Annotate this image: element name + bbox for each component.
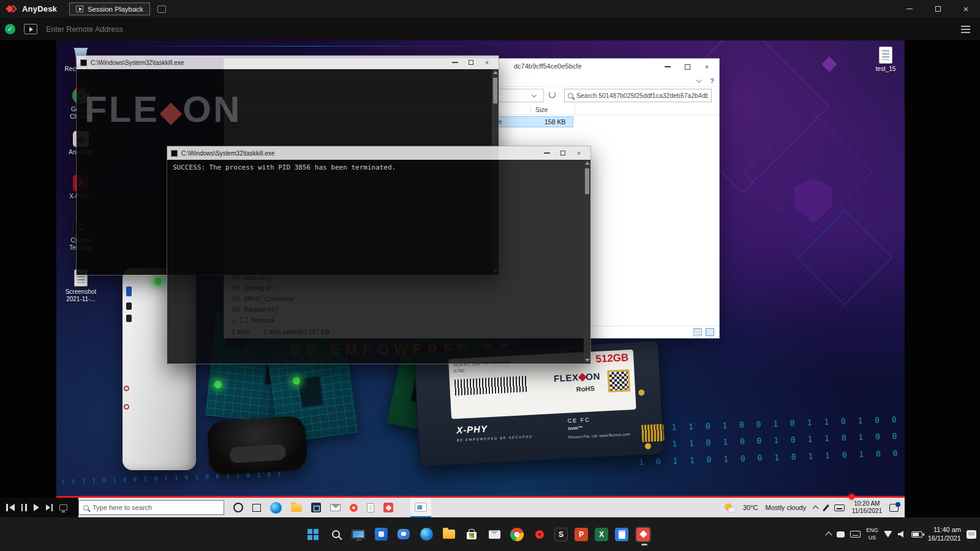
local-clock[interactable]: 11:40 am 16/11/2021 [928,526,961,543]
thumbnails-view-icon[interactable] [706,328,714,336]
tray-overflow-icon[interactable] [813,506,819,512]
play-session-icon[interactable] [24,24,37,34]
cmd-minimize-button[interactable] [539,146,555,160]
green-led-decor [154,278,162,285]
previous-frame-button[interactable] [6,504,15,511]
start-button[interactable] [305,527,321,542]
pause-button[interactable] [21,504,27,511]
chrome-icon[interactable] [509,527,525,542]
cortana-icon[interactable] [233,503,243,512]
cmd-titlebar[interactable]: C:\Windows\System32\taskkill.exe × [167,146,590,160]
new-session-tab-icon[interactable] [157,6,166,13]
explorer-close-button[interactable]: × [697,59,717,75]
cmd-maximize-button[interactable] [555,146,571,160]
green-led-decor [293,377,300,384]
language-indicator[interactable]: ENG US [866,527,878,541]
teams-tray-icon[interactable] [837,531,845,538]
desktop-icon-test-15[interactable]: test_15 [866,47,905,73]
store-icon[interactable] [311,503,321,512]
wifi-icon[interactable] [884,531,892,538]
xphy-slogan: BE EMPOWERED BE SECURED [457,435,533,442]
anydesk-app-window: AnyDesk Session Playback × ✓ [0,0,980,551]
remote-address-input[interactable] [46,25,230,34]
action-center-icon[interactable] [889,504,899,512]
blue-app-icon[interactable] [373,527,389,542]
taskbar-search-box[interactable] [78,500,224,515]
explorer-maximize-button[interactable] [677,59,697,75]
file-explorer-icon[interactable] [291,504,302,512]
powerpoint-icon[interactable]: P [575,528,588,541]
help-icon[interactable]: ? [710,77,714,84]
binary-pattern-decor: 1 0 1 1 0 1 0 0 1 0 1 1 0 1 0 0 1 1 0 1 … [61,469,283,489]
anydesk-icon-active[interactable] [635,527,651,542]
file-explorer-icon[interactable] [441,527,457,542]
playback-progress-bar[interactable] [56,496,905,498]
notification-center-icon[interactable] [967,530,976,539]
cmd-close-button[interactable]: × [571,146,587,160]
local-taskbar: S P X ENG US 11:40 am 16/11/2021 [0,517,980,551]
cmd-minimize-button[interactable] [447,56,463,69]
tray-overflow-icon[interactable] [826,531,832,538]
battery-icon[interactable] [911,531,922,538]
console-output-area: SUCCESS: The process with PID 3856 has b… [167,160,590,364]
search-icon[interactable] [328,527,344,542]
mail-icon[interactable] [330,504,341,511]
window-close-button[interactable]: × [952,0,980,18]
mail-icon[interactable] [486,527,502,542]
weather-temp[interactable]: 30°C [743,504,758,511]
opera-icon[interactable] [350,504,358,512]
explorer-search-input[interactable] [576,92,708,99]
edge-icon[interactable] [270,502,282,514]
wallpaper-flexxon-ghost-logo: FLEON [85,88,241,130]
task-view-icon[interactable] [252,504,261,512]
skip-end-button[interactable] [46,504,53,511]
weather-desc[interactable]: Mostly cloudy [766,504,807,511]
active-app-button[interactable] [410,498,431,517]
taskbar-search-input[interactable] [92,504,219,511]
store-icon[interactable] [464,527,480,542]
cmd-close-button[interactable]: × [479,56,495,69]
remote-clock[interactable]: 10:20 AM 11/16/2021 [852,500,882,515]
main-menu-icon[interactable] [961,26,970,33]
cmd-window-front[interactable]: C:\Windows\System32\taskkill.exe × SUCCE… [167,146,591,364]
play-button[interactable] [34,504,39,511]
details-view-icon[interactable] [693,328,702,336]
local-system-tray: ENG US 11:40 am 16/11/2021 [826,517,976,551]
explorer-title: dc74b9cff54ce0e5bcfe [514,62,582,70]
touch-keyboard-icon[interactable] [834,504,845,511]
refresh-icon[interactable] [549,91,556,98]
weather-icon [725,503,736,512]
explorer-minimize-button[interactable] [658,59,677,75]
s-app-icon[interactable]: S [554,528,568,541]
excel-icon[interactable]: X [595,528,608,541]
ssd-barcode [454,376,527,395]
tab-label: Session Playback [88,6,143,13]
chat-icon[interactable] [396,527,412,542]
touch-keyboard-icon[interactable] [850,531,861,538]
console-icon [171,150,178,157]
virtual-desktop-icon[interactable] [350,527,366,542]
edge-icon[interactable] [418,527,434,542]
anydesk-taskbar-icon[interactable] [383,503,393,512]
calculator-icon[interactable] [615,528,628,541]
ssd-gold-pad [645,443,652,450]
console-scrollbar[interactable] [584,160,590,364]
size-column-header[interactable]: Size [535,106,548,113]
window-maximize-button[interactable] [924,0,952,18]
cmd-maximize-button[interactable] [463,56,479,69]
explorer-search-box[interactable] [564,89,712,102]
volume-icon[interactable] [898,531,906,538]
monitor-select-icon[interactable] [59,504,67,511]
window-minimize-button[interactable] [895,0,924,18]
pen-icon[interactable] [823,504,829,511]
opera-icon[interactable] [532,527,548,542]
playback-tab-icon [76,6,83,12]
cmd-titlebar[interactable]: C:\Windows\System32\taskkill.exe × [77,56,499,69]
playback-progress-handle[interactable] [849,494,854,500]
weather-widget[interactable] [725,503,736,512]
xphy-logo: X-PHY [456,423,488,435]
remote-desktop[interactable]: BE EMPOWERED BE 512GB PCIe M.2 2280 F/W:… [56,40,905,517]
document-app-icon[interactable] [367,503,374,512]
tab-session-playback[interactable]: Session Playback [69,2,150,15]
cmd-title: C:\Windows\System32\taskkill.exe [181,150,274,157]
